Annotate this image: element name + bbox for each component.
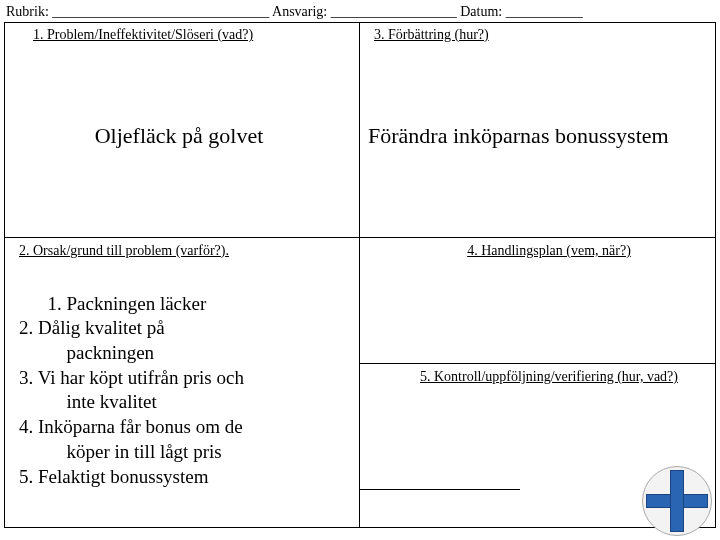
worksheet-grid: 1. Problem/Ineffektivitet/Slöseri (vad?)… xyxy=(4,22,716,528)
ansvarig-blank: __________________ xyxy=(331,4,457,19)
form-header: Rubrik: _______________________________ … xyxy=(0,0,720,22)
datum-blank: ___________ xyxy=(506,4,583,19)
heading-control: 5. Kontroll/uppföljning/verifiering (hur… xyxy=(374,367,710,385)
heading-actionplan: 4. Handlingsplan (vem, när?) xyxy=(374,241,710,259)
right-column: 3. Förbättring (hur?) Förändra inköparna… xyxy=(360,23,716,527)
heading-problem: 1. Problem/Ineffektivitet/Slöseri (vad?) xyxy=(19,25,353,43)
heading-improvement: 3. Förbättring (hur?) xyxy=(374,25,710,43)
ansvarig-label: Ansvarig: xyxy=(272,4,327,19)
logo-cross-icon xyxy=(642,466,712,536)
heading-cause: 2. Orsak/grund till problem (varför?). xyxy=(19,241,353,259)
problem-body: Oljefläck på golvet xyxy=(95,123,264,148)
cause-body: 1. Packningen läcker 2. Dålig kvalitet p… xyxy=(19,293,244,487)
rubrik-label: Rubrik: xyxy=(6,4,49,19)
left-column: 1. Problem/Ineffektivitet/Slöseri (vad?)… xyxy=(5,23,360,527)
improvement-body: Förändra inköparnas bonussystem xyxy=(368,123,669,148)
rubrik-blank: _______________________________ xyxy=(52,4,269,19)
datum-label: Datum: xyxy=(460,4,502,19)
